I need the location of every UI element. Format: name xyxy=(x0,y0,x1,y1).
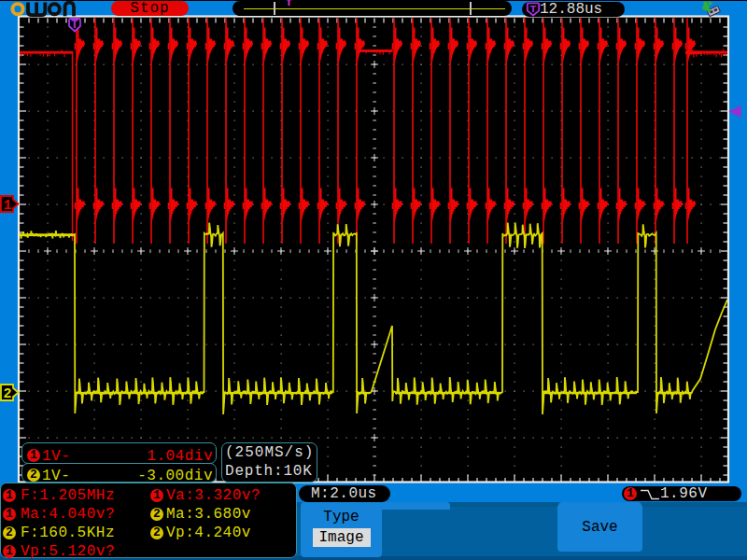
svg-text:T: T xyxy=(530,3,537,15)
svg-text:1: 1 xyxy=(3,198,11,214)
svg-text:2: 2 xyxy=(3,386,11,402)
svg-text:T: T xyxy=(71,18,78,32)
